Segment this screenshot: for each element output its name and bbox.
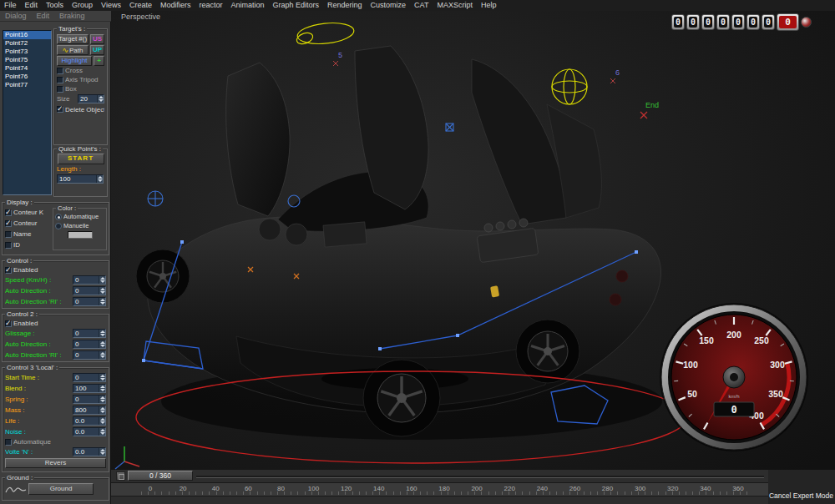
highlight-button[interactable]: Highlight (57, 56, 92, 66)
svg-text:300: 300 (770, 360, 785, 370)
menu-tools[interactable]: Tools (42, 0, 68, 11)
length-spinner[interactable]: 100 (57, 174, 104, 184)
svg-text:100: 100 (683, 360, 698, 370)
timeline-bar: 0 / 360 020 4060 80100 120140 160180 200… (111, 470, 835, 504)
menu-reactor[interactable]: reactor (195, 0, 226, 11)
glissage-spinner[interactable]: 0 (73, 329, 106, 338)
display-group: Display : Conteur K Conteur Name ID (2, 202, 109, 255)
life-label: Life : (5, 417, 71, 425)
color-swatch[interactable] (68, 231, 93, 239)
box-checkbox[interactable] (57, 86, 63, 93)
axis-tripod-checkbox[interactable] (57, 77, 63, 83)
script-rollout-panel: Point16 Point72 Point73 Point75 Point74 … (0, 22, 111, 504)
list-item[interactable]: Point73 (3, 48, 51, 56)
ground-button[interactable]: Ground (28, 483, 94, 495)
quick-points-group: Quick Point's : START Length : 100 (53, 149, 108, 197)
menu-views[interactable]: Views (97, 0, 125, 11)
delete-object-checkbox[interactable] (57, 106, 63, 113)
perspective-viewport[interactable]: Perspective (111, 11, 835, 470)
trackbar-toggle-icon[interactable] (116, 471, 125, 481)
conteur-checkbox[interactable] (5, 220, 12, 227)
blend-spinner[interactable]: 100 (73, 384, 106, 393)
control3-group: Control 3 'Local' : Start Time : 0 Blend… (2, 367, 109, 472)
list-item[interactable]: Point74 (3, 64, 51, 73)
conteur-k-checkbox[interactable] (5, 209, 12, 216)
menu-file[interactable]: File (0, 0, 21, 11)
point6-label: 6 (615, 68, 620, 77)
color-automatique-radio[interactable] (55, 214, 62, 220)
ground-scribble-icon (5, 484, 27, 495)
odometer-digit: 0 (746, 14, 760, 30)
volte-spinner[interactable]: 0.0 (73, 447, 106, 456)
point-listbox[interactable]: Point16 Point72 Point73 Point75 Point74 … (3, 30, 52, 195)
odometer-digit: 0 (731, 14, 745, 30)
name-checkbox[interactable] (5, 231, 12, 238)
menu-graph-editors[interactable]: Graph Editors (269, 0, 324, 11)
delete-object-label: Delete Object (65, 106, 104, 113)
cancel-expert-mode-button[interactable]: Cancel Expert Mode (769, 491, 833, 500)
automatique-checkbox[interactable] (5, 439, 12, 446)
control2-auto-direction-rl-spinner[interactable]: 0 (73, 350, 106, 360)
point5-label: 5 (338, 51, 342, 59)
control2-auto-direction-rl-label: Auto Direction 'Rl' : (5, 351, 71, 359)
size-spinner[interactable]: 20 (78, 94, 104, 103)
menu-maxscript[interactable]: MAXScript (433, 0, 477, 11)
target-button[interactable]: Target #() (57, 34, 89, 44)
menu-animation[interactable]: Animation (226, 0, 268, 11)
menu-help[interactable]: Help (477, 0, 501, 11)
list-item[interactable]: Point16 (3, 31, 51, 39)
path-button[interactable]: ∿Path (57, 45, 89, 55)
menu-dialog-edit[interactable]: Edit (32, 11, 55, 21)
start-time-spinner[interactable]: 0 (73, 373, 106, 382)
id-checkbox[interactable] (5, 242, 12, 249)
timeline-ruler[interactable]: 020 4060 80100 120140 160180 200220 2402… (111, 482, 768, 496)
color-manuelle-radio[interactable] (55, 223, 62, 229)
display-group-title: Display : (5, 199, 34, 206)
box-label: Box (65, 85, 104, 93)
automatique-label: Automatique (63, 213, 104, 220)
id-label: ID (13, 241, 52, 249)
menu-braking[interactable]: Braking (54, 11, 90, 21)
menu-group[interactable]: Group (68, 0, 97, 11)
up-button[interactable]: UP (90, 45, 104, 55)
start-time-label: Start Time : (5, 374, 71, 381)
auto-direction-rl-spinner[interactable]: 0 (73, 297, 106, 306)
time-slider-handle[interactable]: 0 / 360 (128, 471, 193, 481)
menu-create[interactable]: Create (125, 0, 156, 11)
manuelle-label: Manuelle (63, 222, 104, 229)
gauge-unit-label: km/h (728, 394, 739, 399)
viewport-label[interactable]: Perspective (121, 13, 160, 21)
mass-label: Mass : (5, 406, 71, 414)
menu-dialog[interactable]: Dialog (0, 11, 32, 21)
revers-button[interactable]: Revers (5, 458, 106, 468)
list-item[interactable]: Point72 (3, 39, 51, 48)
menu-edit[interactable]: Edit (21, 0, 43, 11)
life-spinner[interactable]: 0.0 (73, 416, 106, 426)
list-item[interactable]: Point77 (3, 81, 51, 89)
add-button[interactable]: + (94, 56, 104, 66)
us-button[interactable]: US (90, 34, 104, 44)
time-slider-track[interactable] (196, 476, 764, 478)
control1-enabled-checkbox[interactable] (5, 267, 12, 274)
odometer-digit: 0 (762, 14, 775, 30)
control2-auto-direction-spinner[interactable]: 0 (73, 340, 106, 349)
speed-label: Speed (Km/H) : (5, 276, 71, 284)
menu-cat[interactable]: CAT (410, 0, 433, 11)
cross-checkbox[interactable] (57, 68, 63, 74)
menu-modifiers[interactable]: Modifiers (156, 0, 195, 11)
auto-direction-label: Auto Direction : (5, 287, 71, 295)
mass-spinner[interactable]: 800 (73, 406, 106, 415)
length-label: Length : (57, 165, 104, 173)
noise-spinner[interactable]: 0.0 (73, 427, 106, 436)
menu-rendering[interactable]: Rendering (323, 0, 367, 11)
auto-direction-spinner[interactable]: 0 (73, 286, 106, 295)
svg-text:250: 250 (754, 335, 769, 345)
spring-spinner[interactable]: 0 (73, 395, 106, 404)
control2-enabled-checkbox[interactable] (5, 320, 12, 327)
list-item[interactable]: Point75 (3, 56, 51, 64)
start-button[interactable]: START (58, 154, 104, 164)
speed-spinner[interactable]: 0 (73, 275, 106, 285)
menu-customize[interactable]: Customize (367, 0, 411, 11)
blend-label: Blend : (5, 385, 71, 392)
list-item[interactable]: Point76 (3, 73, 51, 81)
